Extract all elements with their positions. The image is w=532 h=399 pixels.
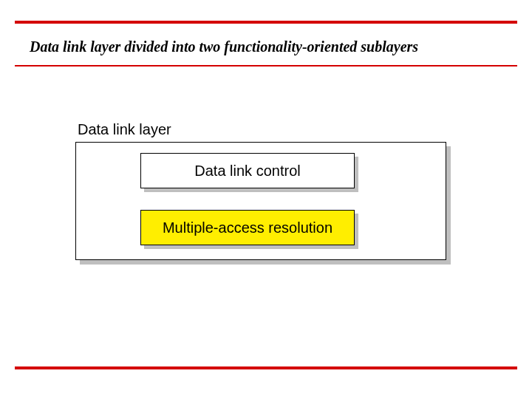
diagram-outer-label: Data link layer: [78, 121, 171, 138]
slide-title: Data link layer divided into two functio…: [30, 38, 418, 55]
sublayer-box-mar: Multiple-access resolution: [140, 210, 355, 245]
slide: Data link layer divided into two functio…: [0, 0, 532, 399]
sublayer-label-mar: Multiple-access resolution: [163, 219, 332, 236]
sublayer-label-dlc: Data link control: [194, 163, 300, 180]
top-rule-thick: [15, 21, 517, 24]
top-rule-thin: [15, 65, 517, 66]
bottom-rule-thick: [15, 366, 517, 369]
sublayer-box-dlc: Data link control: [140, 153, 355, 188]
